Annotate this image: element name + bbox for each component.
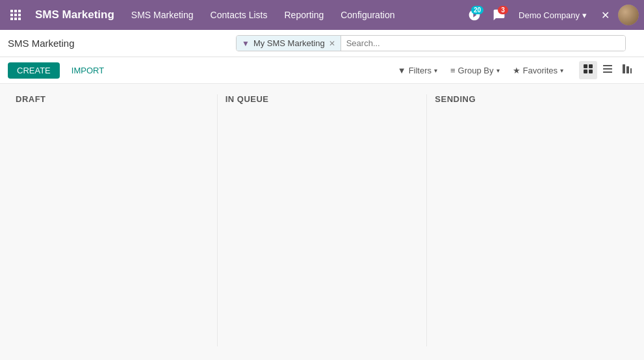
kanban-board: Draft In Queue Sending [0, 84, 644, 357]
activity-icon[interactable]: 20 [464, 5, 485, 25]
messages-icon[interactable]: 3 [489, 5, 509, 25]
filter-funnel-icon: ▼ [398, 66, 406, 75]
svg-rect-10 [589, 64, 593, 68]
grid-menu-icon[interactable] [5, 5, 26, 25]
kanban-col-title-sending: Sending [435, 94, 628, 104]
group-by-chevron-icon: ▾ [496, 67, 500, 74]
filter-tag-label: My SMS Marketing [253, 38, 325, 48]
kanban-view-button[interactable] [579, 61, 597, 79]
svg-rect-15 [603, 71, 612, 73]
import-button[interactable]: IMPORT [65, 62, 110, 79]
activity-view-button[interactable] [618, 61, 636, 79]
svg-rect-11 [584, 70, 587, 73]
svg-rect-2 [18, 10, 21, 12]
svg-rect-5 [18, 14, 21, 16]
page-title: SMS Marketing [8, 38, 75, 49]
nav-sms-marketing[interactable]: SMS Marketing [123, 6, 201, 24]
svg-rect-13 [603, 65, 612, 66]
group-by-icon: ≡ [450, 66, 456, 75]
nav-configuration[interactable]: Configuration [333, 6, 402, 24]
avatar[interactable] [618, 5, 639, 25]
svg-rect-7 [14, 18, 17, 20]
svg-rect-12 [589, 70, 593, 73]
kanban-col-title-in-queue: In Queue [225, 94, 419, 104]
toolbar: CREATE IMPORT ▼ Filters ▾ ≡ Group By ▾ ★… [0, 57, 644, 84]
group-by-label: Group By [458, 66, 494, 75]
group-by-button[interactable]: ≡ Group By ▾ [445, 63, 505, 78]
messages-badge: 3 [498, 6, 508, 14]
nav-menu: SMS Marketing Contacts Lists Reporting C… [123, 6, 461, 24]
close-icon[interactable]: ✕ [596, 6, 614, 24]
kanban-col-draft: Draft [8, 94, 218, 346]
list-view-button[interactable] [599, 61, 617, 79]
svg-rect-9 [584, 64, 587, 68]
favorites-star-icon: ★ [513, 66, 521, 75]
favorites-chevron-icon: ▾ [560, 67, 563, 74]
sub-header: SMS Marketing ▼ My SMS Marketing ✕ [0, 30, 644, 57]
filters-button[interactable]: ▼ Filters ▾ [393, 63, 443, 78]
filters-label: Filters [409, 66, 431, 75]
nav-contacts-lists[interactable]: Contacts Lists [203, 6, 276, 24]
svg-rect-3 [10, 14, 13, 16]
svg-rect-4 [14, 14, 17, 16]
nav-reporting[interactable]: Reporting [277, 6, 332, 24]
kanban-col-sending: Sending [427, 94, 636, 346]
svg-rect-16 [623, 64, 625, 73]
search-input[interactable] [341, 36, 625, 51]
filter-tag: ▼ My SMS Marketing ✕ [237, 36, 341, 51]
create-button[interactable]: CREATE [8, 62, 60, 79]
kanban-col-title-draft: Draft [16, 94, 209, 104]
company-selector[interactable]: Demo Company ▾ [513, 8, 592, 23]
kanban-col-in-queue: In Queue [218, 94, 428, 346]
svg-rect-6 [10, 18, 13, 20]
top-navigation: SMS Marketing SMS Marketing Contacts Lis… [0, 0, 644, 30]
svg-rect-8 [18, 18, 21, 20]
view-switcher [579, 61, 636, 79]
svg-rect-1 [14, 10, 17, 12]
svg-rect-18 [630, 68, 632, 73]
filter-icon: ▼ [242, 39, 250, 48]
svg-rect-0 [10, 10, 13, 12]
filter-tag-close[interactable]: ✕ [329, 39, 335, 48]
svg-rect-17 [626, 66, 629, 73]
svg-rect-14 [603, 68, 612, 70]
favorites-label: Favorites [523, 66, 558, 75]
nav-right-area: 20 3 Demo Company ▾ ✕ [464, 5, 639, 25]
app-title: SMS Marketing [29, 8, 121, 21]
filters-chevron-icon: ▾ [434, 67, 437, 74]
favorites-button[interactable]: ★ Favorites ▾ [508, 63, 569, 78]
activity-badge: 20 [471, 6, 483, 14]
filter-group: ▼ Filters ▾ ≡ Group By ▾ ★ Favorites ▾ [393, 63, 569, 78]
search-bar: ▼ My SMS Marketing ✕ [236, 35, 626, 51]
